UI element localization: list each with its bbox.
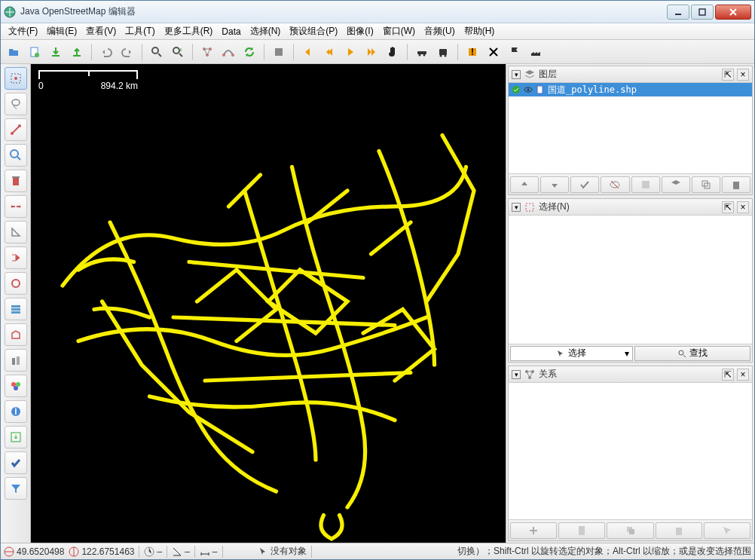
extrude-icon[interactable]: [5, 323, 27, 346]
layer-merge-button[interactable]: [662, 176, 690, 193]
lasso-tool-icon[interactable]: [5, 93, 27, 115]
refresh-icon[interactable]: [240, 42, 259, 62]
buildings-icon[interactable]: [5, 349, 27, 372]
selection-pin-icon[interactable]: ⇱: [722, 201, 734, 213]
download-bbox-icon[interactable]: [5, 426, 27, 448]
factory-icon[interactable]: [526, 42, 546, 62]
delete-icon[interactable]: [484, 42, 503, 62]
audio-faster-icon[interactable]: [362, 42, 381, 62]
svg-point-40: [14, 386, 18, 390]
audio-play-icon[interactable]: [341, 42, 360, 62]
status-hint: 切换）；Shift-Ctrl 以旋转选定的对象；Alt-Ctrl 以缩放；或是改…: [457, 545, 751, 558]
menu-view[interactable]: 查看(V): [81, 23, 121, 39]
bus-icon[interactable]: [433, 42, 453, 62]
menu-imagery[interactable]: 图像(I): [342, 23, 378, 39]
relation-edit-button[interactable]: [558, 522, 605, 539]
layer-activate-button[interactable]: [570, 176, 599, 193]
audio-back-icon[interactable]: [298, 42, 318, 62]
svg-point-18: [440, 54, 442, 57]
redo-icon[interactable]: [118, 42, 137, 62]
layer-opacity-button[interactable]: [631, 176, 660, 193]
validate-icon[interactable]: [5, 451, 27, 474]
svg-point-19: [445, 54, 447, 57]
menu-data[interactable]: Data: [217, 25, 245, 38]
status-no-object: 没有对象: [271, 545, 307, 558]
heading-icon: [144, 546, 154, 557]
tags-icon[interactable]: [5, 298, 27, 320]
ways-icon[interactable]: [219, 42, 238, 62]
layers-pin-icon[interactable]: ⇱: [722, 69, 734, 81]
menu-presets[interactable]: 预设组合(P): [285, 23, 342, 39]
layer-down-button[interactable]: [540, 176, 569, 193]
audio-next-icon[interactable]: [319, 42, 339, 62]
relation-duplicate-button[interactable]: [607, 522, 653, 539]
relation-delete-button[interactable]: [656, 522, 702, 539]
relations-pin-icon[interactable]: ⇱: [722, 369, 734, 381]
selection-collapse-icon[interactable]: ▾: [512, 203, 521, 212]
map-canvas[interactable]: 0 894.2 km: [31, 64, 506, 543]
window-title: Java OpenStreetMap 编辑器: [20, 5, 667, 18]
svg-rect-36: [12, 358, 15, 365]
svg-rect-58: [579, 526, 585, 535]
select-tool-icon[interactable]: [5, 67, 27, 90]
svg-point-54: [679, 350, 683, 355]
zoom-icon[interactable]: [5, 144, 27, 167]
filter-icon[interactable]: [5, 477, 27, 500]
relations-collapse-icon[interactable]: ▾: [512, 370, 521, 379]
maximize-button[interactable]: [691, 5, 714, 20]
menu-windows[interactable]: 窗口(W): [378, 23, 420, 39]
layer-duplicate-button[interactable]: [692, 176, 720, 193]
svg-rect-33: [11, 305, 20, 308]
layer-visible-icon[interactable]: [524, 85, 533, 94]
lon-icon: [69, 546, 79, 557]
status-lon: 122.6751463: [81, 546, 134, 557]
menu-help[interactable]: 帮助(H): [460, 23, 500, 39]
warning-icon[interactable]: !: [463, 42, 482, 62]
svg-rect-37: [17, 357, 20, 365]
menu-more-tools[interactable]: 更多工具(R): [160, 23, 218, 39]
layer-visibility-button[interactable]: [601, 176, 629, 193]
selection-combo[interactable]: 选择: [510, 346, 633, 361]
merge-icon[interactable]: [5, 246, 27, 269]
layer-delete-button[interactable]: [722, 176, 750, 193]
relation-select-button[interactable]: [704, 522, 750, 539]
find-button[interactable]: 查找: [634, 346, 751, 361]
layers-close-icon[interactable]: ×: [737, 69, 749, 81]
close-button[interactable]: [715, 5, 751, 20]
svg-rect-14: [417, 51, 426, 54]
menu-edit[interactable]: 编辑(E): [42, 23, 81, 39]
search-download-icon[interactable]: [168, 42, 188, 62]
open-file-icon[interactable]: [4, 42, 23, 62]
download-icon[interactable]: [46, 42, 66, 62]
menu-selection[interactable]: 选择(N): [246, 23, 286, 39]
new-file-icon[interactable]: [25, 42, 44, 62]
flag-icon[interactable]: [505, 42, 524, 62]
hand-icon[interactable]: [383, 42, 402, 62]
selection-combo-label: 选择: [568, 347, 586, 360]
minimize-button[interactable]: [667, 5, 689, 20]
upload-icon[interactable]: [67, 42, 87, 62]
circle-icon[interactable]: [5, 272, 27, 295]
nodes-icon[interactable]: [197, 42, 217, 62]
info-icon[interactable]: i: [5, 400, 27, 423]
menu-tools[interactable]: 工具(T): [121, 23, 159, 39]
draw-way-icon[interactable]: [5, 118, 27, 141]
menu-file[interactable]: 文件(F): [4, 23, 42, 39]
selection-close-icon[interactable]: ×: [737, 201, 749, 213]
colors-icon[interactable]: [5, 375, 27, 397]
layer-row[interactable]: 国道_polyline.shp: [509, 83, 752, 96]
layer-up-button[interactable]: [510, 176, 539, 193]
relations-close-icon[interactable]: ×: [737, 369, 749, 381]
svg-rect-34: [11, 308, 20, 311]
delete-node-icon[interactable]: [5, 170, 27, 192]
menu-audio[interactable]: 音频(U): [420, 23, 460, 39]
stop-icon[interactable]: [269, 42, 289, 62]
layers-collapse-icon[interactable]: ▾: [512, 70, 521, 79]
app-icon: [4, 6, 16, 18]
search-icon[interactable]: [147, 42, 167, 62]
undo-icon[interactable]: [96, 42, 116, 62]
split-way-icon[interactable]: [5, 195, 27, 218]
relation-new-button[interactable]: [510, 522, 557, 539]
angle-icon[interactable]: [5, 221, 27, 243]
car-icon[interactable]: [412, 42, 432, 62]
